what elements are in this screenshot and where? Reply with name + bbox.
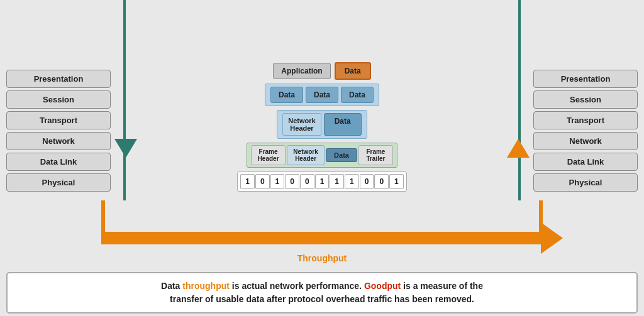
bottom-text-1: Data — [161, 281, 182, 291]
datalink-data-box: Data — [326, 148, 357, 162]
left-layer-transport: Transport — [6, 111, 111, 129]
left-layer-network: Network — [6, 132, 111, 150]
right-layer-session: Session — [533, 90, 638, 109]
bit-6: 1 — [330, 174, 344, 189]
transport-data-3: Data — [341, 87, 374, 103]
network-header-box: NetworkHeader — [282, 113, 321, 136]
application-data-box: Data — [335, 62, 371, 80]
transport-row: Data Data Data — [265, 84, 379, 106]
bottom-text-3: is a measure of the — [401, 281, 483, 291]
frame-trailer-box: FrameTrailer — [358, 145, 393, 165]
network-data-box: Data — [324, 113, 362, 136]
bit-5: 1 — [315, 174, 330, 189]
left-layer-presentation: Presentation — [6, 70, 111, 88]
right-osi-stack: Presentation Session Transport Network D… — [518, 0, 644, 200]
right-layer-network: Network — [533, 132, 638, 150]
bit-1: 0 — [255, 174, 270, 189]
bit-0: 1 — [240, 174, 255, 189]
bottom-throughput-word: throughput — [182, 281, 230, 291]
datalink-row: FrameHeader NetworkHeader Data FrameTrai… — [247, 143, 397, 168]
right-layer-physical: Physical — [533, 173, 638, 192]
network-header-small: NetworkHeader — [287, 145, 325, 165]
bit-4: 0 — [300, 174, 314, 189]
bit-2: 1 — [270, 174, 285, 189]
svg-marker-3 — [541, 222, 563, 254]
svg-rect-0 — [101, 200, 105, 237]
bit-10: 1 — [389, 174, 404, 189]
main-container: Presentation Session Transport Network D… — [0, 0, 644, 316]
throughput-label: Throughput — [297, 253, 347, 263]
bottom-text-2: is actual network performance. — [230, 281, 364, 291]
throughput-section: Throughput — [0, 200, 644, 270]
left-osi-stack: Presentation Session Transport Network D… — [0, 0, 126, 200]
network-row: NetworkHeader Data — [277, 110, 367, 139]
frame-header-box: FrameHeader — [251, 145, 286, 165]
right-layer-transport: Transport — [533, 111, 638, 129]
physical-bits-row: 1 0 1 0 0 1 1 1 0 0 1 — [237, 172, 407, 192]
bottom-goodput-word: Goodput — [364, 281, 401, 291]
stack-area: Presentation Session Transport Network D… — [0, 0, 644, 200]
bottom-info-box: Data throughput is actual network perfor… — [6, 272, 638, 313]
svg-rect-1 — [101, 232, 541, 244]
right-layer-presentation: Presentation — [533, 70, 638, 88]
application-label: Application — [273, 63, 330, 79]
application-row: Application Data — [273, 62, 370, 80]
right-layer-datalink: Data Link — [533, 153, 638, 171]
bit-8: 0 — [360, 174, 374, 189]
bit-9: 0 — [374, 174, 389, 189]
left-layer-physical: Physical — [6, 173, 111, 192]
transport-data-1: Data — [270, 87, 303, 103]
middle-content: Application Data Data Data Data NetworkH… — [126, 0, 518, 200]
bottom-text-4: transfer of usable data after protocol o… — [170, 294, 474, 304]
left-layer-datalink: Data Link — [6, 153, 111, 171]
bit-7: 1 — [345, 174, 359, 189]
transport-data-2: Data — [306, 87, 338, 103]
left-layer-session: Session — [6, 90, 111, 109]
bit-3: 0 — [285, 174, 299, 189]
